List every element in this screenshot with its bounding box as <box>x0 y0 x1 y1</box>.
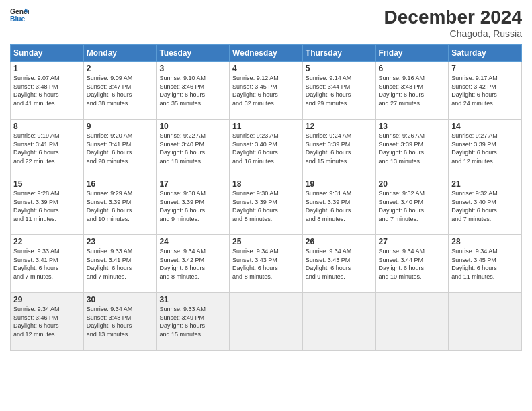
calendar-cell: 22Sunrise: 9:33 AMSunset: 3:41 PMDayligh… <box>11 235 84 293</box>
calendar-cell: 7Sunrise: 9:17 AMSunset: 3:42 PMDaylight… <box>449 62 522 120</box>
calendar-cell: 3Sunrise: 9:10 AMSunset: 3:46 PMDaylight… <box>157 62 230 120</box>
day-number: 7 <box>451 64 519 73</box>
day-number: 18 <box>232 179 300 189</box>
day-info: Sunrise: 9:20 AMSunset: 3:41 PMDaylight:… <box>87 132 154 165</box>
calendar-cell: 30Sunrise: 9:34 AMSunset: 3:48 PMDayligh… <box>83 293 157 351</box>
calendar-cell: 27Sunrise: 9:34 AMSunset: 3:44 PMDayligh… <box>375 235 449 293</box>
day-number: 11 <box>232 122 300 131</box>
day-number: 3 <box>159 64 226 73</box>
calendar-cell: 6Sunrise: 9:16 AMSunset: 3:43 PMDaylight… <box>375 62 449 120</box>
day-info: Sunrise: 9:28 AMSunset: 3:39 PMDaylight:… <box>13 189 81 223</box>
day-info: Sunrise: 9:30 AMSunset: 3:39 PMDaylight:… <box>159 189 226 223</box>
day-info: Sunrise: 9:09 AMSunset: 3:47 PMDaylight:… <box>87 74 154 107</box>
day-info: Sunrise: 9:23 AMSunset: 3:40 PMDaylight:… <box>232 132 300 165</box>
day-info: Sunrise: 9:29 AMSunset: 3:39 PMDaylight:… <box>87 189 154 223</box>
day-number: 10 <box>159 122 226 131</box>
day-info: Sunrise: 9:34 AMSunset: 3:46 PMDaylight:… <box>13 305 81 338</box>
calendar-cell: 23Sunrise: 9:33 AMSunset: 3:41 PMDayligh… <box>83 235 157 293</box>
day-number: 4 <box>232 64 300 73</box>
calendar-week-1: 1Sunrise: 9:07 AMSunset: 3:48 PMDaylight… <box>11 62 522 120</box>
calendar-cell: 19Sunrise: 9:31 AMSunset: 3:39 PMDayligh… <box>302 177 375 235</box>
day-info: Sunrise: 9:34 AMSunset: 3:48 PMDaylight:… <box>87 305 154 338</box>
day-number: 22 <box>13 237 81 246</box>
day-number: 12 <box>306 122 373 131</box>
day-number: 23 <box>87 237 154 246</box>
day-info: Sunrise: 9:33 AMSunset: 3:49 PMDaylight:… <box>159 305 226 338</box>
day-info: Sunrise: 9:26 AMSunset: 3:39 PMDaylight:… <box>379 132 446 165</box>
day-info: Sunrise: 9:16 AMSunset: 3:43 PMDaylight:… <box>379 74 446 107</box>
day-info: Sunrise: 9:07 AMSunset: 3:48 PMDaylight:… <box>13 74 81 107</box>
col-saturday: Saturday <box>449 45 522 62</box>
calendar-cell <box>449 293 522 351</box>
day-info: Sunrise: 9:22 AMSunset: 3:40 PMDaylight:… <box>159 132 226 165</box>
day-info: Sunrise: 9:10 AMSunset: 3:46 PMDaylight:… <box>159 74 226 107</box>
day-number: 9 <box>87 122 154 131</box>
month-title: December 2024 <box>384 7 522 28</box>
calendar-cell: 14Sunrise: 9:27 AMSunset: 3:39 PMDayligh… <box>449 120 522 177</box>
day-number: 20 <box>379 179 446 189</box>
calendar-cell: 2Sunrise: 9:09 AMSunset: 3:47 PMDaylight… <box>83 62 157 120</box>
svg-text:Blue: Blue <box>10 15 26 23</box>
day-info: Sunrise: 9:30 AMSunset: 3:39 PMDaylight:… <box>232 189 300 223</box>
calendar-cell: 13Sunrise: 9:26 AMSunset: 3:39 PMDayligh… <box>375 120 449 177</box>
calendar-cell: 21Sunrise: 9:32 AMSunset: 3:40 PMDayligh… <box>449 177 522 235</box>
calendar-cell: 31Sunrise: 9:33 AMSunset: 3:49 PMDayligh… <box>157 293 230 351</box>
day-number: 30 <box>87 295 154 304</box>
day-info: Sunrise: 9:34 AMSunset: 3:42 PMDaylight:… <box>159 247 226 281</box>
calendar-cell: 28Sunrise: 9:34 AMSunset: 3:45 PMDayligh… <box>449 235 522 293</box>
day-info: Sunrise: 9:27 AMSunset: 3:39 PMDaylight:… <box>451 132 519 165</box>
day-number: 26 <box>306 237 373 246</box>
col-thursday: Thursday <box>302 45 375 62</box>
calendar-cell <box>302 293 375 351</box>
day-info: Sunrise: 9:32 AMSunset: 3:40 PMDaylight:… <box>451 189 519 223</box>
logo-icon: General Blue <box>10 7 29 26</box>
day-number: 19 <box>306 179 373 189</box>
calendar-cell: 5Sunrise: 9:14 AMSunset: 3:44 PMDaylight… <box>302 62 375 120</box>
calendar-week-5: 29Sunrise: 9:34 AMSunset: 3:46 PMDayligh… <box>11 293 522 351</box>
day-number: 5 <box>306 64 373 73</box>
day-number: 28 <box>451 237 519 246</box>
day-number: 21 <box>451 179 519 189</box>
calendar-cell: 4Sunrise: 9:12 AMSunset: 3:45 PMDaylight… <box>230 62 303 120</box>
calendar-cell: 9Sunrise: 9:20 AMSunset: 3:41 PMDaylight… <box>83 120 157 177</box>
calendar-cell: 26Sunrise: 9:34 AMSunset: 3:43 PMDayligh… <box>302 235 375 293</box>
calendar-cell: 16Sunrise: 9:29 AMSunset: 3:39 PMDayligh… <box>83 177 157 235</box>
location: Chagoda, Russia <box>384 28 522 39</box>
day-info: Sunrise: 9:33 AMSunset: 3:41 PMDaylight:… <box>13 247 81 281</box>
day-number: 16 <box>87 179 154 189</box>
calendar-cell: 25Sunrise: 9:34 AMSunset: 3:43 PMDayligh… <box>230 235 303 293</box>
title-block: December 2024 Chagoda, Russia <box>384 7 522 39</box>
day-info: Sunrise: 9:34 AMSunset: 3:43 PMDaylight:… <box>306 247 373 281</box>
calendar-cell: 20Sunrise: 9:32 AMSunset: 3:40 PMDayligh… <box>375 177 449 235</box>
col-sunday: Sunday <box>11 45 84 62</box>
day-info: Sunrise: 9:34 AMSunset: 3:44 PMDaylight:… <box>379 247 446 281</box>
calendar-cell <box>375 293 449 351</box>
logo: General Blue <box>10 7 29 26</box>
day-number: 6 <box>379 64 446 73</box>
day-info: Sunrise: 9:12 AMSunset: 3:45 PMDaylight:… <box>232 74 300 107</box>
day-number: 27 <box>379 237 446 246</box>
calendar-cell: 12Sunrise: 9:24 AMSunset: 3:39 PMDayligh… <box>302 120 375 177</box>
day-number: 25 <box>232 237 300 246</box>
day-info: Sunrise: 9:19 AMSunset: 3:41 PMDaylight:… <box>13 132 81 165</box>
day-number: 1 <box>13 64 81 73</box>
calendar-cell <box>230 293 303 351</box>
calendar-cell: 11Sunrise: 9:23 AMSunset: 3:40 PMDayligh… <box>230 120 303 177</box>
col-tuesday: Tuesday <box>157 45 230 62</box>
calendar-cell: 8Sunrise: 9:19 AMSunset: 3:41 PMDaylight… <box>11 120 84 177</box>
calendar-week-3: 15Sunrise: 9:28 AMSunset: 3:39 PMDayligh… <box>11 177 522 235</box>
day-info: Sunrise: 9:34 AMSunset: 3:43 PMDaylight:… <box>232 247 300 281</box>
calendar-table: Sunday Monday Tuesday Wednesday Thursday… <box>10 44 522 351</box>
day-info: Sunrise: 9:32 AMSunset: 3:40 PMDaylight:… <box>379 189 446 223</box>
day-info: Sunrise: 9:17 AMSunset: 3:42 PMDaylight:… <box>451 74 519 107</box>
calendar-cell: 10Sunrise: 9:22 AMSunset: 3:40 PMDayligh… <box>157 120 230 177</box>
header: General Blue December 2024 Chagoda, Russ… <box>10 7 522 39</box>
col-friday: Friday <box>375 45 449 62</box>
calendar-cell: 1Sunrise: 9:07 AMSunset: 3:48 PMDaylight… <box>11 62 84 120</box>
day-info: Sunrise: 9:34 AMSunset: 3:45 PMDaylight:… <box>451 247 519 281</box>
col-wednesday: Wednesday <box>230 45 303 62</box>
day-number: 2 <box>87 64 154 73</box>
day-number: 15 <box>13 179 81 189</box>
day-number: 8 <box>13 122 81 131</box>
day-info: Sunrise: 9:31 AMSunset: 3:39 PMDaylight:… <box>306 189 373 223</box>
